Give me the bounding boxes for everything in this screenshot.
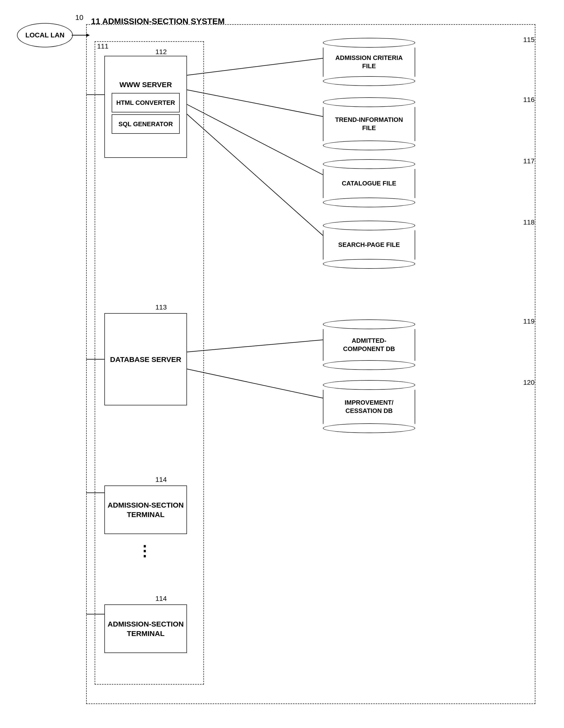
ref-119: 119 (523, 318, 535, 325)
sql-generator-label: SQL GENERATOR (118, 120, 173, 128)
html-converter-label: HTML CONVERTER (116, 99, 175, 107)
terminal-1-box: ADMISSION-SECTIONTERMINAL (104, 485, 187, 534)
ref-115: 115 (523, 36, 535, 44)
ref-116: 116 (523, 96, 535, 104)
admitted-component-cylinder: ADMITTED- COMPONENT DB (323, 319, 415, 370)
catalogue-file-label: CATALOGUE FILE (323, 179, 415, 188)
www-server-label: WWW SERVER (119, 80, 172, 89)
ref-120: 120 (523, 379, 535, 386)
ref-10: 10 (75, 13, 83, 22)
catalogue-file-cylinder: CATALOGUE FILE (323, 159, 415, 208)
database-server-label: DATABASE SERVER (110, 355, 181, 364)
terminal-2-box: ADMISSION-SECTIONTERMINAL (104, 604, 187, 653)
search-page-cylinder: SEARCH-PAGE FILE (323, 220, 415, 269)
ref-111: 111 (97, 42, 109, 50)
html-converter-box: HTML CONVERTER (112, 93, 180, 112)
sql-generator-box: SQL GENERATOR (112, 114, 180, 134)
ref-114-1: 114 (155, 476, 167, 484)
search-page-label: SEARCH-PAGE FILE (323, 241, 415, 249)
ref-114-2: 114 (155, 595, 167, 602)
ref-113: 113 (155, 303, 167, 311)
dots-separator: ⋮ (137, 543, 152, 560)
ref-117: 117 (523, 157, 535, 165)
terminal-1-label: ADMISSION-SECTIONTERMINAL (108, 500, 184, 519)
improvement-cessation-cylinder: IMPROVEMENT/ CESSATION DB (323, 380, 415, 433)
www-server-box: WWW SERVER HTML CONVERTER SQL GENERATOR (104, 56, 187, 158)
terminal-2-label: ADMISSION-SECTIONTERMINAL (108, 619, 184, 638)
ref-112: 112 (155, 48, 167, 56)
trend-information-label: TREND-INFORMATION FILE (323, 116, 415, 132)
local-lan-label: LOCAL LAN (25, 31, 64, 39)
local-lan-node: LOCAL LAN (17, 23, 73, 47)
admission-criteria-label: ADMISSION CRITERIA FILE (323, 54, 415, 70)
admission-criteria-cylinder: ADMISSION CRITERIA FILE (323, 38, 415, 86)
admitted-component-label: ADMITTED- COMPONENT DB (323, 337, 415, 353)
improvement-cessation-label: IMPROVEMENT/ CESSATION DB (323, 399, 415, 415)
ref-118: 118 (523, 218, 535, 226)
trend-information-cylinder: TREND-INFORMATION FILE (323, 97, 415, 151)
diagram: 10 LOCAL LAN 11 ADMISSION-SECTION SYSTEM… (0, 0, 564, 728)
database-server-box: DATABASE SERVER (104, 313, 187, 405)
